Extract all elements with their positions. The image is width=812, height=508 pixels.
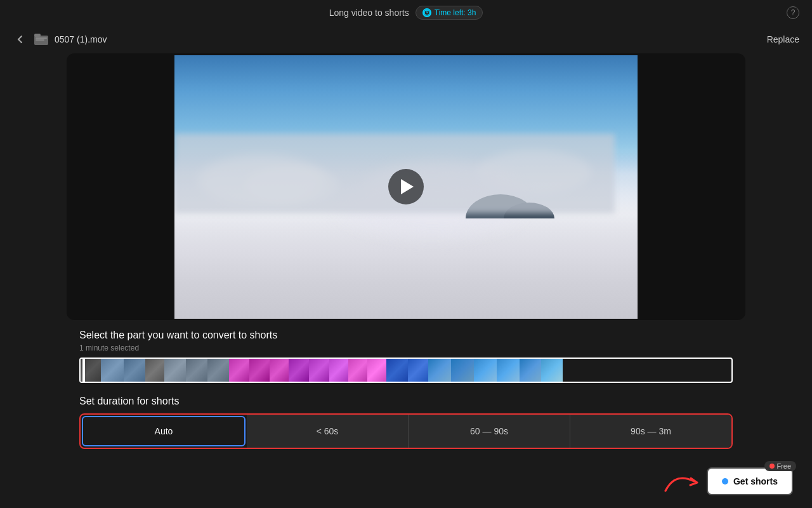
free-label: Free (776, 462, 791, 470)
thumb-7 (207, 359, 229, 382)
file-bar: 0507 (1).mov Replace (0, 25, 812, 53)
thumb-11 (289, 359, 309, 382)
replace-button[interactable]: Replace (767, 34, 799, 44)
bottom-section: Select the part you want to convert to s… (0, 320, 812, 449)
video-container (67, 53, 745, 320)
thumb-22 (520, 359, 541, 382)
thumb-23 (541, 359, 563, 382)
app-title: Long video to shorts (329, 8, 409, 18)
free-dot (769, 464, 775, 469)
thumb-17 (408, 359, 428, 382)
svg-rect-6 (36, 39, 44, 41)
thumb-18 (428, 359, 451, 382)
get-shorts-area: Free Get shorts (662, 467, 793, 495)
thumb-4 (145, 359, 164, 382)
time-badge: Time left: 3h (416, 6, 483, 20)
thumb-21 (497, 359, 520, 382)
duration-90s-3m[interactable]: 90s — 3m (570, 415, 731, 448)
file-name: 0507 (1).mov (55, 34, 107, 44)
timeline[interactable] (79, 358, 733, 383)
duration-60s[interactable]: < 60s (247, 415, 409, 448)
play-button[interactable] (388, 169, 424, 204)
timeline-handle[interactable] (82, 358, 85, 383)
page: Long video to shorts Time left: 3h ? (0, 0, 812, 508)
blue-dot-icon (722, 478, 728, 485)
thumb-16 (386, 359, 408, 382)
help-button[interactable]: ? (787, 6, 799, 19)
get-shorts-button[interactable]: Get shorts (707, 467, 793, 495)
video-player (174, 55, 638, 319)
thumb-12 (309, 359, 329, 382)
thumb-14 (348, 359, 367, 382)
get-shorts-wrapper: Free Get shorts (707, 467, 793, 495)
duration-options: Auto < 60s 60 — 90s 90s — 3m (79, 413, 733, 449)
back-button[interactable] (13, 32, 28, 47)
thumb-10 (270, 359, 289, 382)
thumb-2 (101, 359, 124, 382)
svg-rect-5 (36, 37, 47, 39)
select-section: Select the part you want to convert to s… (79, 330, 733, 383)
select-title: Select the part you want to convert to s… (79, 330, 733, 341)
top-bar: Long video to shorts Time left: 3h ? (0, 0, 812, 25)
time-left-label: Time left: 3h (435, 8, 476, 17)
get-shorts-label: Get shorts (733, 476, 778, 486)
play-icon (401, 179, 414, 194)
thumb-6 (186, 359, 207, 382)
file-icon (34, 34, 48, 45)
free-badge: Free (764, 461, 796, 471)
thumb-15 (367, 359, 386, 382)
top-bar-title: Long video to shorts Time left: 3h (329, 6, 483, 20)
thumb-3 (124, 359, 145, 382)
thumb-9 (249, 359, 270, 382)
select-subtitle: 1 minute selected (79, 344, 733, 352)
thumb-19 (451, 359, 474, 382)
duration-section: Set duration for shorts Auto < 60s 60 — … (79, 396, 733, 449)
file-left: 0507 (1).mov (13, 32, 107, 47)
arrow-hint (662, 469, 700, 494)
duration-title: Set duration for shorts (79, 396, 733, 407)
clock-icon (422, 8, 431, 17)
thumb-13 (329, 359, 348, 382)
svg-rect-4 (34, 34, 41, 37)
duration-auto[interactable]: Auto (82, 416, 246, 446)
thumb-5 (164, 359, 186, 382)
duration-60-90s[interactable]: 60 — 90s (409, 415, 570, 448)
thumb-8 (229, 359, 249, 382)
thumb-20 (474, 359, 497, 382)
